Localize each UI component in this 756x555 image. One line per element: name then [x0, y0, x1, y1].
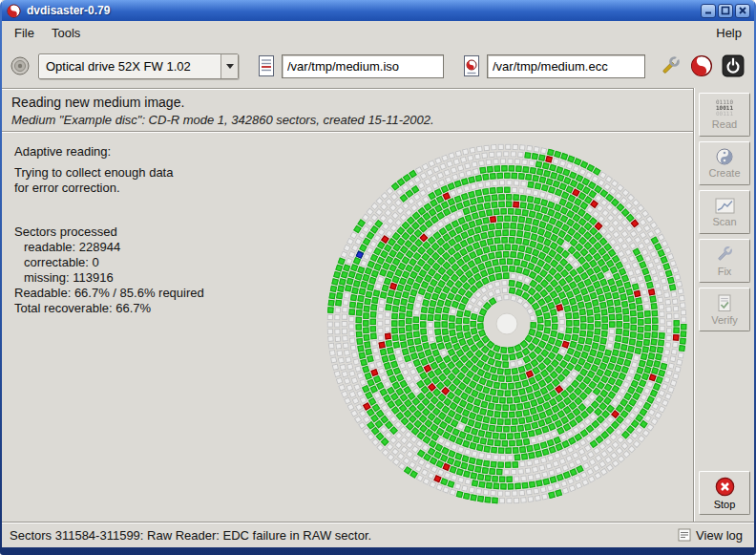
app-window: dvdisaster-0.79 File Tools Hel	[2, 0, 754, 547]
dvdisaster-logo-icon	[7, 4, 21, 18]
create-button[interactable]: Create	[699, 141, 750, 185]
ecc-path-input[interactable]	[487, 54, 645, 78]
operation-header: Reading new medium image. Medium "Exampl…	[2, 90, 693, 131]
view-log-button[interactable]: View log	[674, 526, 746, 544]
fix-wrench-icon	[715, 245, 734, 264]
create-button-label: Create	[708, 167, 740, 179]
verify-button[interactable]: Verify	[699, 288, 750, 331]
read-button-label: Read	[712, 118, 737, 130]
quit-button[interactable]	[720, 53, 746, 79]
minimize-icon	[704, 6, 713, 15]
disc-spiral	[304, 133, 693, 517]
toolbar: Optical drive 52X FW 1.02	[2, 44, 754, 88]
drive-select-arrow[interactable]	[220, 54, 238, 78]
drive-select-value: Optical drive 52X FW 1.02	[39, 59, 220, 74]
dvdisaster-disc-icon	[690, 54, 713, 77]
main-panel: Reading new medium image. Medium "Exampl…	[2, 88, 693, 522]
fix-button-label: Fix	[718, 266, 732, 277]
fix-button[interactable]: Fix	[699, 239, 750, 283]
window-title: dvdisaster-0.79	[27, 4, 699, 17]
log-icon	[678, 528, 691, 542]
statusbar: Sectors 311584-311599: Raw Reader: EDC f…	[2, 522, 754, 547]
close-button[interactable]	[735, 4, 750, 18]
maximize-icon	[721, 6, 730, 15]
stop-button[interactable]: Stop	[699, 471, 750, 515]
window-frame: dvdisaster-0.79 File Tools Hel	[0, 0, 756, 555]
drive-icon	[10, 55, 31, 76]
drive-select[interactable]: Optical drive 52X FW 1.02	[38, 53, 239, 79]
titlebar[interactable]: dvdisaster-0.79	[2, 0, 754, 21]
action-sidebar: 01110 10011 00111 Read Create	[695, 88, 754, 522]
sectors-readable: readable: 228944	[14, 240, 204, 255]
ecc-file-icon	[461, 54, 482, 77]
menu-help[interactable]: Help	[707, 23, 750, 43]
yin-yang-icon	[716, 148, 733, 165]
sectors-missing: missing: 113916	[14, 270, 204, 286]
stop-button-label: Stop	[714, 499, 736, 510]
chevron-down-icon	[226, 64, 234, 69]
progress-area: Adaptive reading: Trying to collect enou…	[2, 133, 693, 522]
stop-icon	[715, 477, 735, 497]
spacer	[14, 196, 204, 224]
scan-button-label: Scan	[712, 216, 736, 227]
view-log-label: View log	[696, 528, 743, 543]
dvdisaster-logo-button[interactable]	[688, 53, 715, 79]
close-icon	[738, 6, 747, 15]
preferences-button[interactable]	[657, 53, 683, 79]
wrench-icon	[659, 54, 682, 77]
read-button[interactable]: 01110 10011 00111 Read	[699, 93, 750, 137]
content-area: Reading new medium image. Medium "Exampl…	[2, 88, 754, 522]
readable-percent: Readable: 66.7% / 85.6% required	[14, 286, 204, 301]
medium-info: Medium "Example disc": CD-R mode 1, 3428…	[11, 113, 683, 127]
menu-file[interactable]: File	[6, 23, 43, 43]
adaptive-reading-desc2: for error correction.	[14, 181, 204, 196]
iso-file-icon	[256, 54, 277, 77]
menubar: File Tools Help	[2, 21, 754, 44]
scan-chart-icon	[715, 198, 735, 214]
verify-button-label: Verify	[711, 314, 738, 326]
sectors-correctable: correctable: 0	[14, 255, 204, 270]
binary-read-icon: 01110 10011 00111	[716, 99, 733, 117]
total-recoverable: Total recoverable: 66.7%	[14, 301, 204, 316]
scan-button[interactable]: Scan	[699, 190, 750, 234]
operation-title: Reading new medium image.	[11, 95, 683, 110]
adaptive-reading-heading: Adaptive reading:	[14, 144, 204, 160]
menu-tools[interactable]: Tools	[43, 23, 89, 43]
status-message: Sectors 311584-311599: Raw Reader: EDC f…	[10, 528, 674, 543]
verify-doc-icon	[716, 294, 733, 312]
maximize-button[interactable]	[718, 4, 733, 18]
minimize-button[interactable]	[701, 4, 716, 18]
adaptive-reading-desc1: Trying to collect enough data	[14, 165, 204, 181]
reading-info-panel: Adaptive reading: Trying to collect enou…	[14, 144, 204, 316]
power-icon	[722, 54, 745, 77]
sectors-heading: Sectors processed	[14, 224, 204, 240]
iso-path-input[interactable]	[282, 54, 444, 78]
